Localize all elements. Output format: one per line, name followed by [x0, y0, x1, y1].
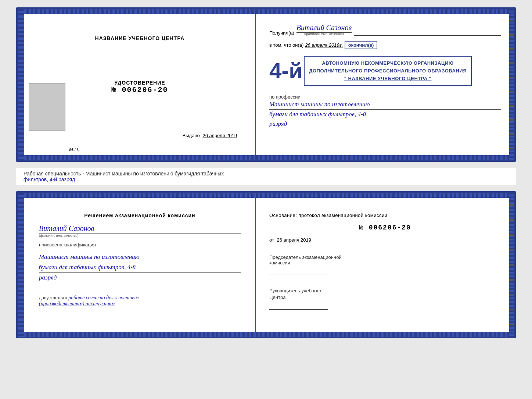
- udostoverenie-label: УДОСТОВЕРЕНИЕ: [111, 80, 168, 86]
- bottom-cert-left-panel: Решением экзаменационной комиссии Витали…: [18, 193, 256, 337]
- qualification-line1: Машинист машины по изготовлению: [39, 252, 241, 262]
- допускается-value1: работе согласно должностным: [68, 295, 139, 300]
- cert-number: 006206-20: [122, 86, 168, 94]
- chairman-label: Председатель экзаменационной комиссии: [269, 254, 501, 266]
- issued-label: Выдано: [183, 133, 200, 138]
- top-cert-right-panel: Получил(а) Виталий Сазонов (фамилия, имя…: [256, 9, 514, 160]
- bottom-cert-top-strip: [18, 193, 514, 198]
- profession-line2: бумаги для табачных фильтров, 4-й: [269, 110, 501, 120]
- number-prefix: №: [111, 86, 116, 94]
- bottom-certificate: Решением экзаменационной комиссии Витали…: [16, 191, 516, 338]
- допускается-label: допускается к: [39, 295, 67, 300]
- decision-title: Решением экзаменационной комиссии: [39, 213, 241, 218]
- right-dashes-decoration: [509, 14, 514, 155]
- top-cert-left-panel: НАЗВАНИЕ УЧЕБНОГО ЦЕНТРА УДОСТОВЕРЕНИЕ №…: [18, 9, 256, 160]
- bottom-right-dashes: [509, 198, 514, 332]
- bottom-cert-bottom-strip: [18, 332, 514, 337]
- vtom-date: 26 апреля 2019г.: [305, 42, 343, 48]
- head-signature-line: [269, 302, 328, 310]
- protocol-number: № 006206-20: [269, 224, 501, 231]
- protocol-date: от 26 апреля 2019: [269, 237, 501, 243]
- issued-date: 26 апреля 2019: [202, 133, 237, 138]
- org-name: " НАЗВАНИЕ УЧЕБНОГО ЦЕНТРА ": [309, 75, 467, 83]
- bottom-name-sub: (фамилия, имя, отчество): [39, 234, 241, 238]
- qualification-line3: разряд: [39, 272, 241, 283]
- qualification-line2: бумаги для табачных фильтров, 4-й: [39, 262, 241, 272]
- profession-line3: разряд: [269, 119, 501, 129]
- assigned-label: присвоена квалификация: [39, 242, 241, 247]
- mp-label: М.П.: [69, 147, 79, 152]
- left-decorative-strip: [18, 9, 24, 160]
- bottom-cert-right-panel: Основание: протокол экзаменационной коми…: [256, 193, 514, 337]
- chairman-signature-line: [269, 267, 328, 274]
- допускается-value2: (производственным) инструкциям: [39, 301, 115, 306]
- middle-text-prefix: Рабочая специальность - Машинист машины …: [24, 171, 224, 177]
- recipient-name: Виталий Сазонов: [296, 24, 352, 33]
- org-block: АВТОНОМНУЮ НЕКОММЕРЧЕСКУЮ ОРГАНИЗАЦИЮ ДО…: [304, 56, 472, 86]
- training-center-name-top: НАЗВАНИЕ УЧЕБНОГО ЦЕНТРА: [95, 35, 185, 41]
- profession-label: по профессии: [269, 94, 501, 100]
- head-label: Руководитель учебного Центра: [269, 288, 501, 301]
- basis-label: Основание: протокол экзаменационной коми…: [269, 213, 501, 218]
- course-number: 4-й: [269, 60, 302, 82]
- top-certificate: НАЗВАНИЕ УЧЕБНОГО ЦЕНТРА УДОСТОВЕРЕНИЕ №…: [16, 7, 516, 162]
- vtom-text: в том, что он(а): [269, 42, 303, 48]
- okonchil-stamp: окончил(а): [345, 41, 378, 49]
- poluchil-label: Получил(а): [269, 30, 294, 36]
- middle-label-strip: Рабочая специальность - Машинист машины …: [16, 168, 516, 185]
- bottom-left-strip: [18, 193, 24, 337]
- org-line2: ДОПОЛНИТЕЛЬНОГО ПРОФЕССИОНАЛЬНОГО ОБРАЗО…: [309, 67, 467, 75]
- profession-line1: Машинист машины по изготовлению: [269, 100, 501, 110]
- recipient-name-sub: (фамилия, имя, отчество): [296, 32, 352, 36]
- bottom-recipient-name: Виталий Сазонов: [39, 224, 241, 234]
- org-line1: АВТОНОМНУЮ НЕКОММЕРЧЕСКУЮ ОРГАНИЗАЦИЮ: [309, 60, 467, 67]
- photo-placeholder: [29, 83, 65, 131]
- middle-text-underline: фильтров, 4-й разряд: [24, 177, 75, 182]
